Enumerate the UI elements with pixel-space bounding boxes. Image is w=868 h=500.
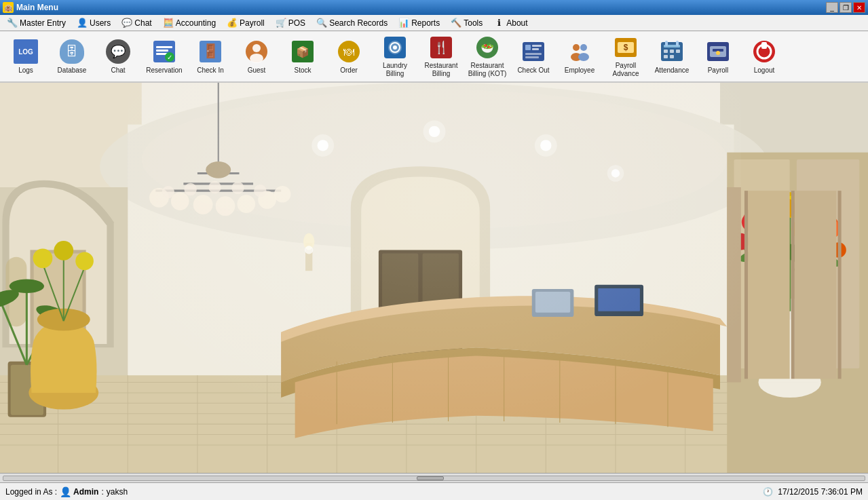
- order-label: Order: [340, 66, 358, 75]
- svg-text:🍽: 🍽: [343, 46, 354, 58]
- checkin-label: Check In: [197, 66, 223, 75]
- menu-item-accounting[interactable]: 🧮 Accounting: [157, 16, 221, 31]
- laundry-billing-label: Laundry Billing: [374, 62, 416, 78]
- toolbar-restaurant-billing-kot-button[interactable]: 🥗 Restaurant Billing (KOT): [464, 33, 510, 80]
- users-icon: 👤: [77, 18, 88, 28]
- menu-item-label: POS: [288, 18, 305, 28]
- toolbar-guest-button[interactable]: Guest: [233, 33, 280, 80]
- status-right: 🕐 17/12/2015 7:36:01 PM: [763, 487, 863, 497]
- admin-user-icon: 👤: [60, 486, 71, 497]
- main-content: [0, 83, 868, 473]
- toolbar-stock-button[interactable]: 📦 Stock: [280, 33, 326, 80]
- toolbar-employee-button[interactable]: Employee: [556, 33, 603, 80]
- menu-item-label: Accounting: [176, 18, 216, 28]
- menu-item-label: Search Records: [329, 18, 388, 28]
- chat-toolbar-icon: 💬: [105, 38, 132, 65]
- svg-rect-27: [525, 53, 542, 55]
- chat-label: Chat: [111, 66, 125, 75]
- toolbar-checkout-button[interactable]: Check Out: [510, 33, 556, 80]
- menu-item-label: Tools: [464, 18, 483, 28]
- toolbar-reservation-button[interactable]: ✓ Reservation: [141, 33, 187, 80]
- tools-icon: 🔨: [451, 18, 461, 28]
- about-icon: ℹ: [493, 18, 504, 28]
- svg-rect-2: [156, 50, 168, 52]
- title-bar-app-icon: 🏨: [3, 2, 14, 13]
- payroll-advance-icon: $: [612, 35, 639, 60]
- restaurant-billing-icon: 🍴: [428, 35, 455, 60]
- svg-rect-173: [744, 191, 748, 379]
- svg-text:$: $: [624, 43, 628, 52]
- attendance-label: Attendance: [655, 66, 690, 75]
- svg-rect-44: [670, 55, 674, 58]
- svg-point-29: [573, 44, 580, 51]
- toolbar-checkin-button[interactable]: 🚪 Check In: [187, 33, 233, 80]
- guest-icon: [243, 38, 270, 65]
- employee-label: Employee: [565, 66, 595, 75]
- svg-text:📦: 📦: [296, 45, 309, 58]
- logs-label: Logs: [18, 66, 33, 75]
- svg-rect-42: [676, 50, 680, 53]
- svg-rect-43: [664, 55, 668, 58]
- toolbar-payroll-button[interactable]: Payroll: [695, 33, 741, 80]
- toolbar-logs-button[interactable]: LOG Logs: [3, 33, 49, 80]
- menu-item-master-entry[interactable]: 🔧 Master Entry: [1, 16, 71, 31]
- svg-rect-28: [525, 56, 539, 58]
- menu-item-payroll[interactable]: 💰 Payroll: [221, 16, 270, 31]
- toolbar-attendance-button[interactable]: Attendance: [649, 33, 695, 80]
- hotel-lobby-image: [0, 83, 868, 473]
- menu-item-pos[interactable]: 🛒 POS: [270, 16, 311, 31]
- svg-rect-175: [791, 191, 795, 379]
- accounting-icon: 🧮: [163, 18, 174, 28]
- minimize-button[interactable]: _: [826, 2, 838, 13]
- svg-text:✓: ✓: [167, 54, 172, 61]
- menu-item-label: Users: [90, 18, 111, 28]
- payroll-icon: [704, 38, 732, 65]
- svg-rect-39: [676, 41, 679, 46]
- menu-item-label: Payroll: [240, 18, 265, 28]
- database-label: Database: [58, 66, 87, 75]
- restaurant-billing-kot-label: Restaurant Billing (KOT): [466, 62, 508, 78]
- menu-item-label: Master Entry: [20, 18, 66, 28]
- svg-text:🍴: 🍴: [434, 40, 449, 55]
- menu-item-reports[interactable]: 📊 Reports: [393, 16, 445, 31]
- menu-bar: 🔧 Master Entry 👤 Users 💬 Chat 🧮 Accounti…: [0, 15, 868, 31]
- close-button[interactable]: ✕: [853, 2, 865, 13]
- menu-item-tools[interactable]: 🔨 Tools: [445, 16, 488, 31]
- toolbar-laundry-billing-button[interactable]: Laundry Billing: [372, 33, 418, 80]
- status-bar: Logged in As : 👤 Admin : yaksh 🕐 17/12/2…: [0, 482, 868, 500]
- svg-text:🚪: 🚪: [202, 43, 219, 59]
- clock-icon: 🕐: [763, 487, 772, 497]
- svg-point-48: [716, 51, 720, 55]
- separator: :: [101, 487, 103, 497]
- toolbar-order-button[interactable]: 🍽 Order: [326, 33, 372, 80]
- username-label: yaksh: [107, 487, 128, 497]
- svg-rect-176: [795, 191, 837, 379]
- svg-point-32: [578, 53, 589, 61]
- svg-point-10: [250, 54, 263, 63]
- menu-item-search-records[interactable]: 🔍 Search Records: [311, 16, 393, 31]
- toolbar-database-button[interactable]: 🗄 Database: [49, 33, 95, 80]
- menu-item-users[interactable]: 👤 Users: [71, 16, 116, 31]
- svg-rect-174: [748, 191, 790, 379]
- title-bar: 🏨 Main Menu _ ❐ ✕: [0, 0, 868, 15]
- scrollbar-thumb[interactable]: [417, 476, 444, 480]
- scrollbar-track[interactable]: [3, 476, 865, 481]
- toolbar-payroll-advance-button[interactable]: $ Payroll Advance: [603, 33, 649, 80]
- restaurant-billing-label: Restaurant Billing: [420, 62, 462, 78]
- menu-item-about[interactable]: ℹ About: [488, 16, 533, 31]
- menu-item-chat[interactable]: 💬 Chat: [116, 16, 157, 31]
- logout-label: Logout: [754, 66, 775, 75]
- restore-button[interactable]: ❐: [839, 2, 852, 13]
- status-left: Logged in As : 👤 Admin : yaksh: [5, 486, 128, 497]
- svg-rect-1: [156, 46, 172, 48]
- logs-icon: LOG: [12, 38, 39, 65]
- checkin-icon: 🚪: [197, 38, 224, 65]
- toolbar-restaurant-billing-button[interactable]: 🍴 Restaurant Billing: [418, 33, 464, 80]
- toolbar-logout-button[interactable]: Logout: [741, 33, 787, 80]
- search-records-icon: 🔍: [316, 18, 327, 28]
- svg-rect-178: [128, 83, 741, 473]
- svg-rect-38: [665, 41, 668, 46]
- stock-label: Stock: [294, 66, 311, 75]
- toolbar-chat-button[interactable]: 💬 Chat: [95, 33, 141, 80]
- svg-rect-24: [525, 45, 531, 50]
